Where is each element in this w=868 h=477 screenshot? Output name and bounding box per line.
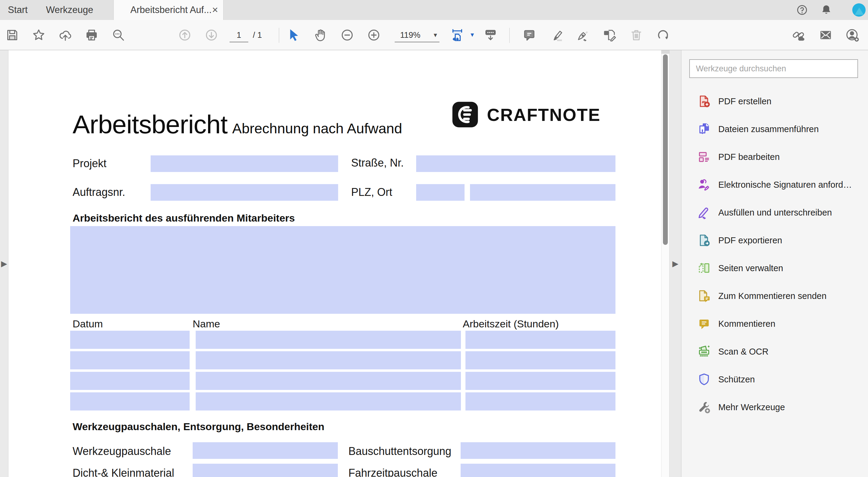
hand-tool-icon[interactable] — [314, 28, 328, 42]
tool-more-tools[interactable]: Mehr Werkzeuge — [681, 393, 868, 421]
export-pdf-icon — [697, 233, 711, 247]
expand-right-panel-icon[interactable]: ▶ — [670, 258, 681, 269]
tools-sidebar: PDF erstellen Dateien zusammenführen — [681, 50, 868, 477]
document-tab-title: Arbeitsbericht Auf... — [130, 0, 212, 20]
scrollbar-top-cap — [661, 50, 670, 54]
pdf-document-subtitle: Abrechnung nach Aufwand — [232, 120, 402, 137]
zoom-out-icon[interactable] — [340, 28, 354, 42]
fill-sign-icon — [697, 205, 711, 219]
ort-field[interactable] — [470, 184, 616, 201]
scan-ocr-icon — [697, 345, 711, 358]
comment-tool-icon[interactable] — [522, 28, 536, 42]
select-tool-cursor-icon[interactable] — [287, 28, 301, 42]
tools-search-input[interactable] — [689, 59, 858, 78]
arbeitszeit-field[interactable] — [465, 392, 616, 411]
rotate-pages-icon[interactable] — [656, 28, 670, 42]
fahrzeitpauschale-field[interactable] — [461, 464, 616, 477]
favorite-star-icon[interactable] — [32, 28, 46, 42]
table-header-name: Name — [193, 318, 220, 330]
tool-label: Zum Kommentieren senden — [718, 291, 827, 301]
datum-field[interactable] — [70, 392, 190, 411]
document-tab[interactable]: Arbeitsbericht Auf... ✕ — [114, 0, 223, 20]
zoom-level-control[interactable]: 119% ▾ — [395, 28, 439, 42]
tool-label: Scan & OCR — [718, 347, 769, 357]
arbeitszeit-field[interactable] — [465, 331, 616, 349]
craftnote-logo: CRAFTNOTE — [451, 101, 601, 128]
tab-werkzeuge[interactable]: Werkzeuge — [46, 0, 93, 20]
fit-width-icon[interactable] — [450, 28, 464, 42]
tool-export-pdf[interactable]: PDF exportieren — [681, 226, 868, 254]
add-user-icon[interactable] — [845, 28, 859, 42]
auftragsnr-label: Auftragsnr. — [72, 186, 125, 199]
zoom-in-icon[interactable] — [367, 28, 381, 42]
plz-field[interactable] — [416, 184, 465, 201]
tool-label: Ausfüllen und unterschreiben — [718, 208, 832, 218]
tools-list: PDF erstellen Dateien zusammenführen — [681, 87, 868, 421]
scrolling-mode-icon[interactable] — [484, 28, 497, 42]
tool-fill-sign[interactable]: Ausfüllen und unterschreiben — [681, 199, 868, 226]
scrollbar-thumb[interactable] — [663, 55, 668, 245]
organize-pages-icon — [697, 261, 711, 275]
more-tools-icon — [697, 400, 711, 414]
tool-label: PDF exportieren — [718, 235, 782, 246]
edit-pdf-tool-icon[interactable] — [603, 28, 617, 42]
create-pdf-icon — [697, 94, 711, 108]
page-number-input[interactable]: 1 — [229, 28, 248, 42]
page-total-label: / 1 — [253, 28, 262, 42]
name-field[interactable] — [196, 392, 461, 411]
help-icon[interactable] — [796, 4, 808, 16]
tool-label: Seiten verwalten — [718, 263, 783, 273]
share-link-icon[interactable] — [792, 28, 805, 42]
tool-edit-pdf[interactable]: PDF bearbeiten — [681, 143, 868, 171]
tab-start[interactable]: Start — [8, 0, 28, 20]
tool-organize-pages[interactable]: Seiten verwalten — [681, 254, 868, 282]
craftnote-logo-text: CRAFTNOTE — [487, 104, 601, 125]
name-field[interactable] — [196, 331, 461, 349]
auftragsnr-field[interactable] — [151, 184, 338, 201]
tool-create-pdf[interactable]: PDF erstellen — [681, 87, 868, 115]
email-icon[interactable] — [819, 28, 833, 42]
tool-label: Elektronische Signaturen anford… — [718, 180, 852, 190]
craftnote-logo-icon — [451, 101, 479, 128]
arbeitszeit-field[interactable] — [465, 351, 616, 370]
datum-field[interactable] — [70, 372, 190, 390]
datum-field[interactable] — [70, 351, 190, 370]
close-tab-icon[interactable]: ✕ — [212, 0, 218, 20]
tool-send-for-comments[interactable]: Zum Kommentieren senden — [681, 282, 868, 310]
tool-scan-ocr[interactable]: Scan & OCR — [681, 338, 868, 365]
right-panel-strip: ▶ — [669, 50, 681, 477]
arbeitszeit-field[interactable] — [465, 372, 616, 390]
highlight-tool-icon[interactable] — [550, 28, 563, 42]
fit-width-dropdown-icon[interactable]: ▾ — [471, 31, 474, 39]
werkzeugpauschale-field[interactable] — [193, 442, 338, 459]
tool-combine-files[interactable]: Dateien zusammenführen — [681, 115, 868, 143]
expand-left-panel-icon[interactable]: ▶ — [0, 258, 8, 269]
vertical-scrollbar[interactable] — [661, 50, 669, 477]
zoom-dropdown-icon[interactable]: ▾ — [434, 28, 437, 42]
user-avatar[interactable] — [852, 3, 866, 17]
dicht-kleinmaterial-field[interactable] — [193, 464, 338, 477]
save-button[interactable] — [5, 28, 19, 42]
tool-label: PDF erstellen — [718, 96, 772, 106]
comment-icon — [697, 317, 711, 331]
search-icon[interactable] — [111, 28, 125, 42]
table-header-arbeitszeit: Arbeitszeit (Stunden) — [463, 318, 559, 330]
pdf-page: Arbeitsbericht Abrechnung nach Aufwand C… — [8, 50, 661, 477]
print-icon[interactable] — [85, 28, 99, 42]
dicht-kleinmaterial-label: Dicht-& Kleinmaterial — [72, 467, 174, 477]
toolbar: 1 / 1 119% ▾ — [0, 20, 868, 50]
tool-protect[interactable]: Schützen — [681, 365, 868, 393]
pdf-title-row: Arbeitsbericht Abrechnung nach Aufwand — [72, 109, 402, 139]
sign-tool-icon[interactable] — [576, 28, 590, 42]
bauschuttentsorgung-field[interactable] — [461, 442, 616, 459]
report-textarea-field[interactable] — [70, 226, 616, 314]
projekt-field[interactable] — [151, 155, 338, 172]
share-cloud-upload-icon[interactable] — [58, 28, 72, 42]
tool-comment[interactable]: Kommentieren — [681, 310, 868, 338]
strasse-field[interactable] — [416, 155, 616, 172]
tool-request-signatures[interactable]: Elektronische Signaturen anford… — [681, 171, 868, 199]
datum-field[interactable] — [70, 331, 190, 349]
name-field[interactable] — [196, 351, 461, 370]
notifications-bell-icon[interactable] — [820, 4, 832, 16]
name-field[interactable] — [196, 372, 461, 390]
